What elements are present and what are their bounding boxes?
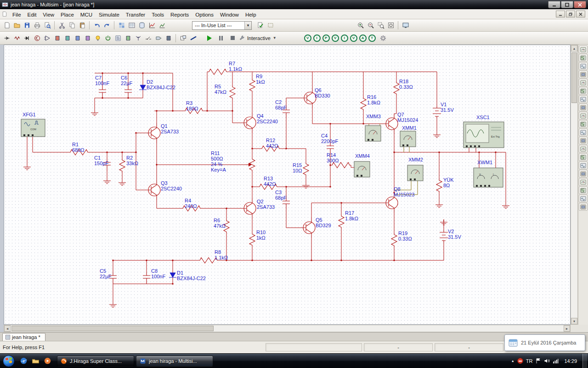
transistor-icon[interactable]: [32, 34, 42, 43]
component-label[interactable]: MJ15023: [394, 192, 414, 197]
instrument-terminal[interactable]: [402, 144, 404, 146]
menu-view[interactable]: View: [40, 11, 57, 19]
misc-icon[interactable]: [113, 34, 123, 43]
menu-edit[interactable]: Edit: [24, 11, 40, 19]
component-label[interactable]: XSC1: [476, 115, 490, 120]
schematic-canvas[interactable]: C7100nFC622µFD2BZX84J-C22R71.1kΩR547kΩR9…: [4, 45, 571, 325]
open-icon[interactable]: [12, 21, 22, 30]
component-label[interactable]: 100nF: [151, 274, 165, 279]
component-label[interactable]: C1: [94, 155, 101, 161]
component-label[interactable]: C7: [95, 75, 102, 80]
component-label[interactable]: R18: [399, 79, 408, 84]
component-label[interactable]: Q5: [316, 217, 322, 223]
component-R1[interactable]: R1680Ω: [68, 142, 89, 155]
component-label[interactable]: R14: [327, 152, 336, 158]
instrument-terminal[interactable]: [23, 134, 25, 136]
volume-icon[interactable]: [544, 358, 550, 364]
component-label[interactable]: 10Ω: [293, 168, 302, 173]
component-label[interactable]: R3: [186, 100, 192, 106]
component-label[interactable]: XFG1: [23, 112, 36, 117]
component-label[interactable]: 22µF: [100, 274, 112, 279]
component-label[interactable]: R6: [214, 218, 220, 223]
labview-instrument-instrument-icon[interactable]: [579, 195, 588, 202]
new-icon[interactable]: [2, 21, 11, 30]
graph-icon[interactable]: [147, 21, 157, 30]
instrument-terminal[interactable]: [484, 185, 486, 187]
probe-t-icon[interactable]: T: [368, 34, 376, 42]
component-Q6[interactable]: Q6BD330: [301, 87, 330, 108]
component-label[interactable]: D1: [177, 270, 183, 276]
component-R12[interactable]: R12442Ω: [260, 138, 281, 151]
ground-symbol[interactable]: [502, 203, 509, 208]
component-label[interactable]: C6: [121, 75, 127, 80]
ttl-icon[interactable]: [52, 34, 62, 43]
component-label[interactable]: BZX84J-C22: [177, 276, 206, 281]
component-R9[interactable]: R91kΩ: [249, 74, 265, 92]
component-label[interactable]: 2SC2240: [161, 186, 182, 191]
taskbar-button-multisim[interactable]: jean hiraga - Multisi...: [136, 356, 213, 367]
hidden-icons-chevron[interactable]: ▲: [511, 359, 514, 362]
windows-explorer-icon[interactable]: [30, 356, 40, 366]
design-toolbox-icon[interactable]: [117, 21, 126, 30]
ground-symbol[interactable]: [23, 164, 31, 170]
save-icon[interactable]: [22, 21, 32, 30]
agilent-multimeter-instrument-icon[interactable]: [579, 170, 588, 178]
component-label[interactable]: 2SC2240: [257, 119, 278, 124]
stop-button[interactable]: [227, 34, 237, 43]
component-label[interactable]: C4: [321, 133, 328, 138]
rf-icon[interactable]: [133, 34, 143, 43]
component-label[interactable]: 1.1kΩ: [229, 66, 242, 72]
component-label[interactable]: BD329: [316, 223, 331, 228]
wattmeter-instrument-icon[interactable]: [579, 62, 588, 70]
agilent-oscilloscope-instrument-icon[interactable]: [579, 178, 588, 186]
probe-v-icon[interactable]: V: [304, 34, 311, 42]
media-player-icon[interactable]: [42, 356, 52, 366]
component-label[interactable]: Q7: [397, 112, 404, 117]
component-XMM2[interactable]: XMM2: [407, 157, 423, 181]
misc-digital-icon[interactable]: [73, 34, 82, 43]
close-button[interactable]: [574, 1, 586, 8]
probe-p-icon[interactable]: P: [322, 34, 330, 42]
component-label[interactable]: 100nF: [95, 80, 109, 86]
database-icon[interactable]: [137, 21, 147, 30]
instrument-terminal[interactable]: [478, 145, 480, 147]
mixed-icon[interactable]: [83, 34, 92, 43]
child-close-button[interactable]: [576, 11, 585, 17]
component-label[interactable]: 2SA733: [257, 204, 275, 210]
component-label[interactable]: XMM3: [366, 114, 381, 119]
schematic[interactable]: C7100nFC622µFD2BZX84J-C22R71.1kΩR547kΩR9…: [4, 45, 571, 325]
component-label[interactable]: V2: [448, 229, 454, 234]
language-indicator[interactable]: TR: [526, 358, 533, 364]
component-R13[interactable]: R13442Ω: [258, 176, 278, 190]
component-label[interactable]: 150pF: [94, 161, 108, 166]
mcu-icon[interactable]: [164, 34, 173, 43]
region-icon[interactable]: [266, 21, 275, 30]
component-R7[interactable]: R71.1kΩ: [207, 61, 242, 75]
component-R8[interactable]: R81.1kΩ: [198, 249, 228, 263]
start-button[interactable]: [3, 355, 15, 367]
instrument-terminal[interactable]: [474, 145, 476, 147]
logic-converter-instrument-icon[interactable]: [579, 120, 588, 128]
multimeter-instrument-icon[interactable]: [579, 46, 588, 53]
component-label[interactable]: Q2: [257, 199, 264, 204]
cut-icon[interactable]: [57, 21, 67, 30]
instrument-body[interactable]: [474, 168, 503, 187]
component-label[interactable]: R15: [293, 162, 302, 168]
component-R3[interactable]: R3180Ω: [183, 100, 204, 114]
component-label[interactable]: 680Ω: [72, 147, 85, 153]
fullscreen-icon[interactable]: [401, 21, 410, 30]
undo-icon[interactable]: [92, 21, 102, 30]
zoom-area-icon[interactable]: [376, 21, 385, 30]
component-label[interactable]: V1: [441, 102, 447, 107]
component-label[interactable]: R7: [229, 61, 235, 66]
maximize-button[interactable]: [561, 1, 573, 8]
component-XSC1[interactable]: Ext TrigXSC1: [464, 115, 504, 148]
instrument-terminal[interactable]: [32, 134, 34, 136]
component-Q5[interactable]: Q5BD329: [300, 217, 331, 238]
connector-icon[interactable]: [153, 34, 163, 43]
menu-help[interactable]: Help: [242, 11, 260, 19]
component-label[interactable]: 240Ω: [185, 203, 197, 209]
network-analyzer-instrument-icon[interactable]: [579, 153, 588, 161]
instrument-terminal[interactable]: [28, 134, 29, 136]
component-label[interactable]: 68pF: [275, 195, 287, 201]
